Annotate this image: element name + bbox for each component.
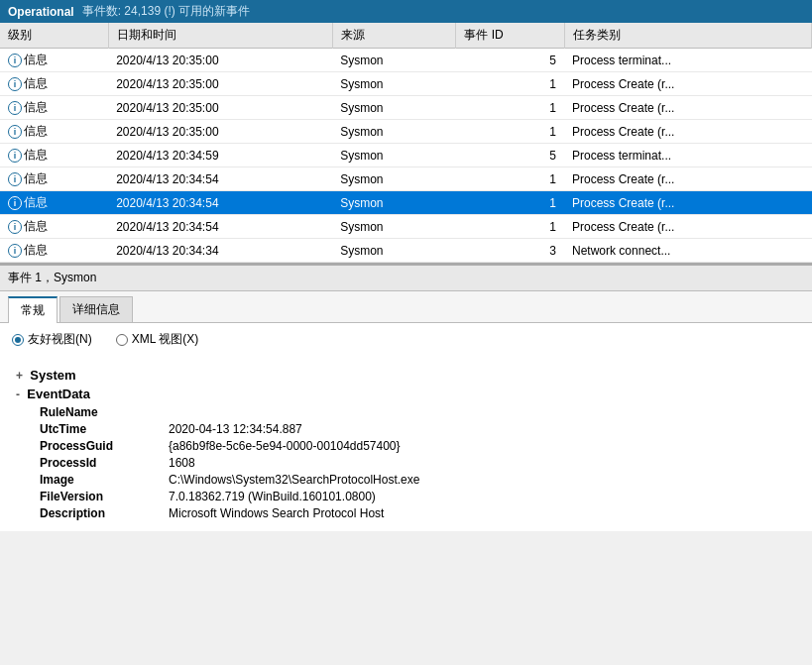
xml-radio-button[interactable] — [116, 334, 128, 346]
table-row[interactable]: i信息2020/4/13 20:35:00Sysmon5Process term… — [0, 49, 812, 72]
cell-eventid: 3 — [456, 239, 564, 263]
xml-view-option[interactable]: XML 视图(X) — [116, 331, 199, 348]
field-value: 1608 — [169, 456, 195, 470]
level-text: 信息 — [24, 170, 48, 187]
cell-datetime: 2020/4/13 20:35:00 — [108, 120, 332, 144]
level-text: 信息 — [24, 147, 48, 164]
cell-eventid: 1 — [456, 120, 564, 144]
info-icon: i — [8, 220, 22, 234]
info-icon: i — [8, 54, 22, 67]
header-source[interactable]: 来源 — [332, 23, 456, 49]
field-key: Image — [40, 473, 169, 487]
cell-source: Sysmon — [332, 215, 456, 239]
detail-content: + System - EventData RuleNameUtcTime2020… — [0, 356, 812, 531]
tab-general-label: 常规 — [21, 303, 45, 317]
cell-task: Process terminat... — [564, 144, 811, 167]
cell-level: i信息 — [0, 215, 108, 239]
info-icon: i — [8, 244, 22, 258]
cell-task: Process Create (r... — [564, 215, 811, 239]
cell-datetime: 2020/4/13 20:35:00 — [108, 49, 332, 72]
cell-eventid: 5 — [456, 49, 564, 72]
header-taskcategory[interactable]: 任务类别 — [564, 23, 811, 49]
cell-eventid: 1 — [456, 191, 564, 215]
cell-source: Sysmon — [332, 239, 456, 263]
level-text: 信息 — [24, 123, 48, 140]
table-header-row: 级别 日期和时间 来源 事件 ID 任务类别 — [0, 23, 812, 49]
field-value: C:\Windows\System32\SearchProtocolHost.e… — [169, 473, 419, 487]
field-key: Description — [40, 506, 169, 520]
table-row[interactable]: i信息2020/4/13 20:35:00Sysmon1Process Crea… — [0, 72, 812, 96]
header-level[interactable]: 级别 — [0, 23, 108, 49]
header-datetime[interactable]: 日期和时间 — [108, 23, 332, 49]
cell-eventid: 1 — [456, 72, 564, 96]
cell-source: Sysmon — [332, 144, 456, 167]
cell-task: Process Create (r... — [564, 120, 811, 144]
cell-level: i信息 — [0, 120, 108, 144]
cell-datetime: 2020/4/13 20:34:59 — [108, 144, 332, 167]
tabs-bar: 常规 详细信息 — [0, 291, 812, 323]
cell-task: Process Create (r... — [564, 72, 811, 96]
cell-eventid: 5 — [456, 144, 564, 167]
tab-general[interactable]: 常规 — [8, 296, 58, 323]
cell-level: i信息 — [0, 96, 108, 120]
cell-datetime: 2020/4/13 20:35:00 — [108, 72, 332, 96]
table-row[interactable]: i信息2020/4/13 20:35:00Sysmon1Process Crea… — [0, 120, 812, 144]
pane-header-text: 事件 1，Sysmon — [8, 271, 96, 284]
pane-header: 事件 1，Sysmon — [0, 264, 812, 291]
cell-task: Process Create (r... — [564, 167, 811, 191]
eventdata-field: ProcessGuid{a86b9f8e-5c6e-5e94-0000-0010… — [40, 439, 796, 453]
eventdata-label: EventData — [27, 387, 90, 401]
eventdata-field: ImageC:\Windows\System32\SearchProtocolH… — [40, 473, 796, 487]
cell-datetime: 2020/4/13 20:34:34 — [108, 239, 332, 263]
eventdata-field: UtcTime2020-04-13 12:34:54.887 — [40, 422, 796, 436]
table-row[interactable]: i信息2020/4/13 20:34:54Sysmon1Process Crea… — [0, 215, 812, 239]
cell-source: Sysmon — [332, 120, 456, 144]
field-key: RuleName — [40, 405, 169, 419]
level-text: 信息 — [24, 75, 48, 92]
eventdata-field: ProcessId1608 — [40, 456, 796, 470]
eventdata-field: FileVersion7.0.18362.719 (WinBuild.16010… — [40, 490, 796, 503]
cell-level: i信息 — [0, 49, 108, 72]
cell-level: i信息 — [0, 167, 108, 191]
event-table: 级别 日期和时间 来源 事件 ID 任务类别 i信息2020/4/13 20:3… — [0, 23, 812, 263]
friendly-radio-button[interactable] — [12, 334, 24, 346]
system-tree-item[interactable]: + System — [16, 368, 796, 383]
system-expand-icon[interactable]: + — [16, 369, 23, 383]
friendly-view-option[interactable]: 友好视图(N) — [12, 331, 92, 348]
tab-details[interactable]: 详细信息 — [59, 296, 133, 322]
top-bar: Operational 事件数: 24,139 (!) 可用的新事件 — [0, 0, 812, 23]
table-row[interactable]: i信息2020/4/13 20:34:54Sysmon1Process Crea… — [0, 191, 812, 215]
info-icon: i — [8, 101, 22, 115]
cell-datetime: 2020/4/13 20:34:54 — [108, 191, 332, 215]
view-options: 友好视图(N) XML 视图(X) — [0, 323, 812, 356]
cell-task: Process Create (r... — [564, 96, 811, 120]
info-icon: i — [8, 149, 22, 163]
table-row[interactable]: i信息2020/4/13 20:35:00Sysmon1Process Crea… — [0, 96, 812, 120]
table-row[interactable]: i信息2020/4/13 20:34:54Sysmon1Process Crea… — [0, 167, 812, 191]
xml-view-label: XML 视图(X) — [132, 331, 199, 348]
info-icon: i — [8, 172, 22, 186]
table-row[interactable]: i信息2020/4/13 20:34:34Sysmon3Network conn… — [0, 239, 812, 263]
cell-task: Process terminat... — [564, 49, 811, 72]
tab-details-label: 详细信息 — [72, 302, 120, 316]
cell-datetime: 2020/4/13 20:35:00 — [108, 96, 332, 120]
level-text: 信息 — [24, 242, 48, 259]
eventdata-expand-icon[interactable]: - — [16, 388, 20, 401]
header-eventid[interactable]: 事件 ID — [456, 23, 564, 49]
cell-eventid: 1 — [456, 96, 564, 120]
cell-task: Network connect... — [564, 239, 811, 263]
cell-source: Sysmon — [332, 72, 456, 96]
eventdata-field: DescriptionMicrosoft Windows Search Prot… — [40, 506, 796, 520]
cell-source: Sysmon — [332, 49, 456, 72]
cell-level: i信息 — [0, 144, 108, 167]
cell-eventid: 1 — [456, 215, 564, 239]
eventdata-tree-item[interactable]: - EventData — [16, 387, 796, 401]
field-value: 7.0.18362.719 (WinBuild.160101.0800) — [169, 490, 376, 503]
event-count-label: 事件数: 24,139 (!) 可用的新事件 — [82, 3, 250, 20]
eventdata-field: RuleName — [40, 405, 796, 419]
table-row[interactable]: i信息2020/4/13 20:34:59Sysmon5Process term… — [0, 144, 812, 167]
eventdata-fields: RuleNameUtcTime2020-04-13 12:34:54.887Pr… — [40, 405, 796, 520]
friendly-view-label: 友好视图(N) — [28, 331, 92, 348]
field-key: ProcessId — [40, 456, 169, 470]
system-label: System — [30, 368, 75, 383]
